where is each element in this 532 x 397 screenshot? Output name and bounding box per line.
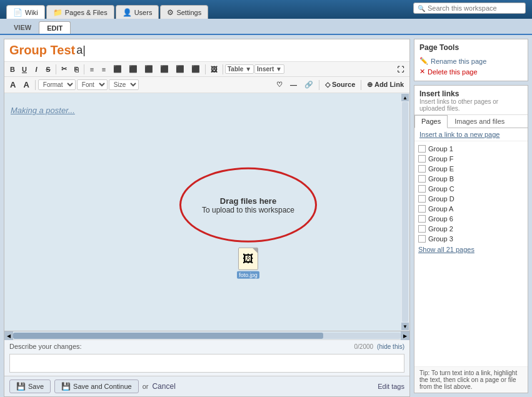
- ul-button[interactable]: ≡: [86, 64, 98, 75]
- color-button[interactable]: A: [7, 78, 19, 91]
- scroll-right[interactable]: ▶: [401, 331, 409, 340]
- pages-list[interactable]: Group 1 Group F Group E Group B Group C: [414, 141, 528, 366]
- search-input[interactable]: [428, 4, 521, 12]
- scroll-track[interactable]: [402, 102, 408, 322]
- bg-color-button[interactable]: A: [20, 78, 32, 91]
- page-name[interactable]: Group 6: [428, 215, 453, 223]
- tab-pages[interactable]: Pages: [414, 115, 448, 128]
- italic-button[interactable]: I: [31, 64, 42, 75]
- image-button[interactable]: 🖼: [208, 64, 221, 75]
- nav-tab-settings[interactable]: ⚙ Settings: [160, 5, 208, 19]
- align-c-button[interactable]: ⬛: [157, 63, 172, 75]
- bold-button[interactable]: B: [7, 64, 18, 75]
- edit-tags-link[interactable]: Edit tags: [378, 383, 404, 390]
- page-checkbox-2[interactable]: [418, 155, 426, 163]
- insert-new-page-link[interactable]: Insert a link to a new page: [414, 128, 528, 141]
- align-j-button[interactable]: ⬛: [188, 63, 203, 75]
- drag-sub-text: To upload to this workspace: [202, 205, 294, 214]
- search-icon: 🔍: [418, 5, 425, 12]
- fullscreen-button[interactable]: ⛶: [394, 64, 407, 75]
- source-button[interactable]: ◇ Source: [322, 79, 358, 91]
- insert-dropdown[interactable]: Insert ▼: [254, 64, 284, 74]
- addlink-button[interactable]: ⊕ Add Link: [364, 79, 407, 91]
- list-item: Group 3: [418, 234, 524, 244]
- ol-button[interactable]: ≡: [98, 64, 109, 75]
- delete-link[interactable]: ✕ Delete this page: [419, 66, 523, 77]
- save-button[interactable]: 💾 Save: [9, 379, 51, 393]
- tab-edit[interactable]: EDIT: [39, 21, 71, 34]
- size-select[interactable]: Size: [109, 79, 139, 90]
- link-button[interactable]: 🔗: [301, 79, 316, 91]
- page-name[interactable]: Group 3: [428, 235, 453, 243]
- insert-tabs: Pages Images and files: [414, 115, 528, 128]
- page-name[interactable]: Group C: [428, 185, 454, 193]
- copy-button[interactable]: ⎘: [71, 64, 82, 75]
- editor-text: Making a poster...: [11, 106, 403, 115]
- top-nav: 📄 Wiki 📁 Pages & Files 👤 Users ⚙ Setting…: [0, 0, 532, 19]
- list-item: Group 6: [418, 214, 524, 224]
- align-l-button[interactable]: ⬛: [141, 63, 156, 75]
- change-input-area: [4, 353, 409, 376]
- page-checkbox-7[interactable]: [418, 205, 426, 213]
- page-checkbox-3[interactable]: [418, 165, 426, 173]
- page-name[interactable]: Group D: [428, 195, 454, 203]
- page-name[interactable]: Group F: [428, 155, 453, 163]
- line-button[interactable]: —: [287, 79, 300, 91]
- page-checkbox-10[interactable]: [418, 235, 426, 243]
- list-item: Group A: [418, 204, 524, 214]
- pages-icon: 📁: [53, 8, 63, 17]
- sep2: [84, 64, 84, 74]
- page-checkbox-4[interactable]: [418, 175, 426, 183]
- editor-panel: Group Test a| B U I S ✂ ⎘ ≡ ≡ ⬛ ⬛ ⬛ ⬛ ⬛ …: [4, 39, 410, 397]
- page-checkbox-8[interactable]: [418, 215, 426, 223]
- table-dropdown[interactable]: Table ▼: [225, 64, 254, 74]
- outdent-button[interactable]: ⬛: [126, 63, 141, 75]
- list-item: Group F: [418, 154, 524, 164]
- page-name[interactable]: Group 2: [428, 225, 453, 233]
- underline-button[interactable]: U: [19, 64, 30, 75]
- page-checkbox-9[interactable]: [418, 225, 426, 233]
- nav-tab-pages[interactable]: 📁 Pages & Files: [46, 5, 114, 19]
- page-checkbox-1[interactable]: [418, 145, 426, 153]
- font-select[interactable]: Font: [77, 79, 108, 90]
- page-name[interactable]: Group A: [428, 205, 453, 213]
- change-label: Describe your changes:: [9, 343, 82, 350]
- scroll-left[interactable]: ◀: [4, 331, 13, 340]
- tab-view[interactable]: VIEW: [6, 21, 39, 34]
- save-continue-button[interactable]: 💾 Save and Continue: [54, 379, 139, 393]
- strikethrough-button[interactable]: S: [43, 64, 54, 75]
- scroll-down[interactable]: ▼: [401, 323, 409, 330]
- nav-tab-wiki[interactable]: 📄 Wiki: [6, 5, 45, 19]
- page-title: Group Test: [9, 43, 75, 58]
- insert-links-title: Insert links: [419, 89, 523, 98]
- cancel-link[interactable]: Cancel: [152, 382, 175, 391]
- drop-zone[interactable]: Drag files here To upload to this worksp…: [179, 168, 317, 243]
- editor-area[interactable]: Making a poster... Drag files here To up…: [4, 93, 409, 331]
- page-checkbox-6[interactable]: [418, 195, 426, 203]
- page-checkbox-5[interactable]: [418, 185, 426, 193]
- editor-scrollbar[interactable]: ▲ ▼: [401, 93, 409, 331]
- show-more: Show all 21 pages: [418, 244, 524, 255]
- page-title-bar: Group Test a|: [4, 39, 409, 62]
- cut-button[interactable]: ✂: [58, 63, 70, 75]
- rename-link[interactable]: ✏️ Rename this page: [419, 56, 523, 66]
- h-scroll-track: [13, 333, 401, 339]
- hide-link[interactable]: (hide this): [377, 343, 404, 350]
- show-all-link[interactable]: Show all 21 pages: [418, 246, 474, 253]
- page-name[interactable]: Group 1: [428, 145, 453, 153]
- align-r-button[interactable]: ⬛: [173, 63, 188, 75]
- nav-tab-users[interactable]: 👤 Users: [116, 5, 159, 19]
- list-item: Group 1: [418, 144, 524, 154]
- change-textarea[interactable]: [9, 354, 404, 373]
- page-name[interactable]: Group E: [428, 165, 454, 173]
- action-bar: 💾 Save 💾 Save and Continue or Cancel Edi…: [4, 376, 409, 396]
- indent-button[interactable]: ⬛: [110, 63, 125, 75]
- format-select[interactable]: Format: [38, 79, 76, 90]
- scroll-up[interactable]: ▲: [401, 94, 409, 101]
- heart-button[interactable]: ♡: [273, 79, 286, 91]
- tab-images[interactable]: Images and files: [448, 115, 511, 128]
- search-box: 🔍: [413, 3, 526, 14]
- h-scrollbar[interactable]: ◀ ▶: [4, 331, 409, 339]
- page-name[interactable]: Group B: [428, 175, 454, 183]
- view-edit-bar: VIEW EDIT: [0, 19, 532, 35]
